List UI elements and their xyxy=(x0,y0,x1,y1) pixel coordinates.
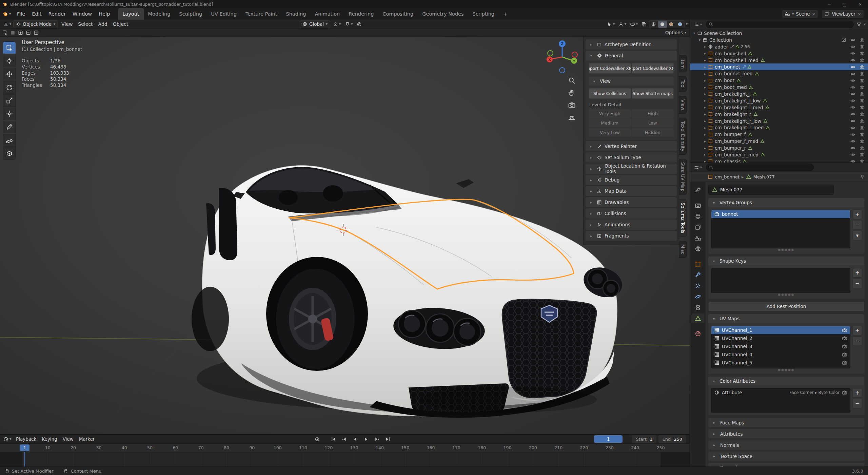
uv-map-uvchannel_5[interactable]: UVChannel_5 xyxy=(711,359,850,367)
properties-tab-scene[interactable] xyxy=(691,233,704,243)
caret-right-icon[interactable]: ▸ xyxy=(702,133,708,136)
view-subpanel-header[interactable]: ▾ View xyxy=(589,77,674,86)
camera-icon[interactable] xyxy=(842,390,847,395)
outliner-row-cm-bumper-f-med[interactable]: ▸cm_bumper_f_med xyxy=(690,138,868,145)
list-resize-grip[interactable]: ●●●●● xyxy=(711,248,862,251)
camera-icon[interactable] xyxy=(860,139,865,144)
color-attributes-header[interactable]: ▾ Color Attributes xyxy=(708,377,864,385)
outliner-row-collection[interactable]: ▾Collection xyxy=(690,37,868,43)
caret-right-icon[interactable]: ▸ xyxy=(702,99,708,102)
lod-high-button[interactable]: High xyxy=(632,109,674,118)
workspace-tab-geometry-nodes[interactable]: Geometry Nodes xyxy=(418,8,468,20)
properties-tab-world[interactable] xyxy=(691,244,704,253)
add-vertex-group-button[interactable]: + xyxy=(852,210,862,219)
tool-scale-button[interactable] xyxy=(3,94,16,107)
shading-options-icon[interactable]: ▾ xyxy=(686,22,688,26)
panel-object-location-rotation-tools[interactable]: ▸Object Location & Rotation Tools xyxy=(586,164,677,174)
menu-help[interactable]: Help xyxy=(95,8,113,20)
workspace-tab-layout[interactable]: Layout xyxy=(118,8,143,20)
vertex-group-bonnet[interactable]: bonnet xyxy=(711,210,850,218)
tool-rotate-button[interactable] xyxy=(3,81,16,94)
properties-editor-type-button[interactable]: ▾ xyxy=(693,164,703,171)
workspace-tab-rendering[interactable]: Rendering xyxy=(344,8,378,20)
eye-icon[interactable] xyxy=(850,112,855,117)
caret-right-icon[interactable]: ▸ xyxy=(702,106,708,109)
lod-very-low-button[interactable]: Very Low xyxy=(589,128,631,137)
outliner-editor-type-button[interactable]: ▾ xyxy=(693,21,703,28)
3d-viewport-canvas[interactable]: User Perspective (1) Collection | cm_bon… xyxy=(0,37,690,434)
timeline-track-area[interactable]: 1102030405060708090100110120130140150160… xyxy=(0,444,690,467)
workspace-tab-animation[interactable]: Animation xyxy=(310,8,344,20)
outliner-row-cm-boot-med[interactable]: ▸cm_boot_med xyxy=(690,84,868,91)
caret-down-icon[interactable]: ▾ xyxy=(697,38,703,42)
shading-wireframe-button[interactable] xyxy=(649,21,658,28)
outliner-row-cm-brakelight-r[interactable]: ▸cm_brakelight_r xyxy=(690,111,868,118)
menu-edit[interactable]: Edit xyxy=(28,8,45,20)
timeline-editor-type-button[interactable]: ▾ xyxy=(2,436,13,443)
panel-set-sollum-type[interactable]: ▸Set Sollum Type xyxy=(586,152,677,163)
eye-icon[interactable] xyxy=(850,37,855,42)
viewport-menu-add[interactable]: Add xyxy=(96,21,110,27)
select-mode-new-icon[interactable] xyxy=(10,30,16,36)
outliner-row-cm-boot[interactable]: ▸cm_boot xyxy=(690,77,868,84)
workspace-tab-uv-editing[interactable]: UV Editing xyxy=(206,8,241,20)
npanel-tab-sure-uv-map[interactable]: Sure UV Map xyxy=(679,159,687,195)
panel-normals[interactable]: ▸Normals xyxy=(708,440,864,450)
eye-icon[interactable] xyxy=(850,71,855,76)
gizmos-dropdown[interactable]: ▾ xyxy=(617,21,628,28)
caret-down-icon[interactable]: ▾ xyxy=(691,31,697,35)
caret-right-icon[interactable]: ▸ xyxy=(702,112,708,116)
outliner-row-cm-brakelight-r-med[interactable]: ▸cm_brakelight_r_med xyxy=(690,124,868,131)
remove-uv-map-button[interactable]: − xyxy=(852,336,862,346)
checkbox-icon[interactable] xyxy=(841,37,846,42)
caret-right-icon[interactable]: ▸ xyxy=(702,45,708,49)
workspace-tab-texture-paint[interactable]: Texture Paint xyxy=(241,8,282,20)
workspace-tab-shading[interactable]: Shading xyxy=(281,8,310,20)
add-shape-key-button[interactable]: + xyxy=(852,268,862,278)
viewport-menu-object[interactable]: Object xyxy=(110,21,131,27)
panel-map-data[interactable]: ▸Map Data xyxy=(586,186,677,196)
workspace-tab-modeling[interactable]: Modeling xyxy=(144,8,175,20)
eye-icon[interactable] xyxy=(850,146,855,151)
camera-icon[interactable] xyxy=(860,112,865,117)
panel-animations[interactable]: ▸Animations xyxy=(586,220,677,230)
outliner-row-cm-bumper-f[interactable]: ▸cm_bumper_f xyxy=(690,131,868,138)
outliner-row-cm-bumper-r-med[interactable]: ▸cm_bumper_r_med xyxy=(690,151,868,158)
workspace-tab-sculpting[interactable]: Sculpting xyxy=(175,8,207,20)
panel-fragments[interactable]: ▸Fragments xyxy=(586,231,677,241)
camera-icon[interactable] xyxy=(860,146,865,151)
timeline-ruler[interactable]: 1102030405060708090100110120130140150160… xyxy=(0,444,690,452)
breadcrumb-object[interactable]: cm_bonnet xyxy=(715,174,739,179)
uv-map-uvchannel_3[interactable]: UVChannel_3 xyxy=(711,342,850,350)
mode-dropdown[interactable]: Object Mode ▾ xyxy=(13,20,58,28)
pan-control-icon[interactable] xyxy=(568,89,576,97)
remove-color-attribute-button[interactable]: − xyxy=(852,399,862,408)
play-reverse-button[interactable] xyxy=(350,435,360,443)
lod-low-button[interactable]: Low xyxy=(632,118,674,127)
outliner-row-cm-brakelight-l[interactable]: ▸cm_brakelight_l xyxy=(690,91,868,97)
pin-icon[interactable] xyxy=(860,174,865,179)
shading-rendered-button[interactable] xyxy=(676,21,685,28)
lod-medium-button[interactable]: Medium xyxy=(589,118,631,127)
properties-tab-modifiers[interactable] xyxy=(691,270,704,280)
jump-start-button[interactable] xyxy=(328,435,338,443)
properties-tab-physics[interactable] xyxy=(691,292,704,301)
add-uv-map-button[interactable]: + xyxy=(852,326,862,335)
outliner-row-cm-chassis[interactable]: ▸cm_chassis xyxy=(690,158,868,163)
shading-material-button[interactable] xyxy=(667,21,676,28)
properties-tab-render[interactable] xyxy=(691,201,704,210)
remove-shape-key-button[interactable]: − xyxy=(852,279,862,288)
tool-cursor-button[interactable] xyxy=(3,55,16,67)
select-mode-extend-icon[interactable] xyxy=(18,30,23,36)
overlays-dropdown[interactable]: ▾ xyxy=(629,21,639,28)
shape-keys-header[interactable]: ▾ Shape Keys xyxy=(708,256,864,265)
properties-tab-view-layer[interactable] xyxy=(691,222,704,232)
npanel-tab-misc[interactable]: Misc xyxy=(679,241,687,258)
outliner-row-cm-brakelight-r-low[interactable]: ▸cm_brakelight_r_low xyxy=(690,118,868,125)
caret-right-icon[interactable]: ▸ xyxy=(702,153,708,156)
uv-map-uvchannel_2[interactable]: UVChannel_2 xyxy=(711,334,850,342)
show-collisions-button[interactable]: Show Collisions xyxy=(589,88,631,99)
uv-map-uvchannel_4[interactable]: UVChannel_4 xyxy=(711,350,850,359)
maximize-button[interactable]: □ xyxy=(837,0,852,8)
frame-start-field[interactable]: Start 1 xyxy=(632,435,656,443)
